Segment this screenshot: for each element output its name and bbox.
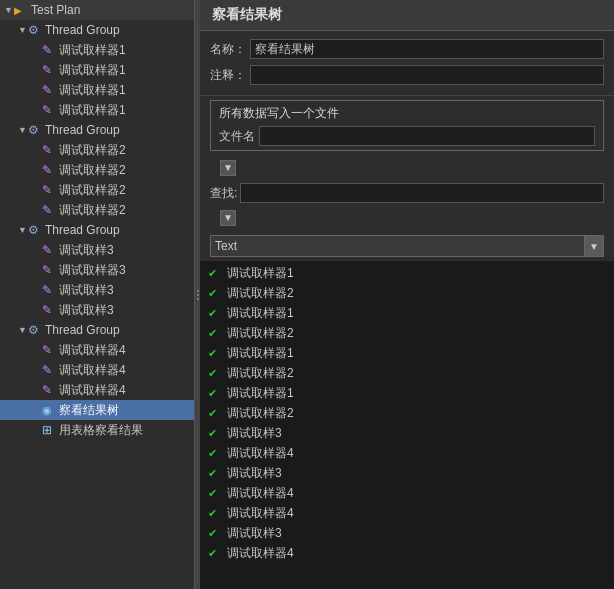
tree-item-label: 调试取样器2: [59, 142, 126, 159]
result-item[interactable]: 调试取样器2: [200, 363, 614, 383]
tree-item-label: 调试取样3: [59, 242, 114, 259]
tree-item[interactable]: 调试取样器2: [0, 160, 194, 180]
sampler-icon: [42, 243, 56, 257]
tree-item[interactable]: 用表格察看结果: [0, 420, 194, 440]
tree-item-label: 用表格察看结果: [59, 422, 143, 439]
tree-item[interactable]: 调试取样器4: [0, 340, 194, 360]
search-label: 查找:: [210, 185, 240, 202]
tree-item-label: Thread Group: [45, 323, 120, 337]
right-panel: 察看结果树 名称： 注释： 所有数据写入一个文件 文件名 ▼ 查找: ▼ Tex…: [200, 0, 614, 589]
status-icon: [208, 546, 222, 560]
sampler-icon: [42, 43, 56, 57]
result-item[interactable]: 调试取样器2: [200, 283, 614, 303]
tree-item-label: Test Plan: [31, 3, 80, 17]
tree-panel[interactable]: ▼Test Plan▼Thread Group调试取样器1调试取样器1调试取样器…: [0, 0, 195, 589]
tree-item[interactable]: 调试取样器1: [0, 100, 194, 120]
result-label: 调试取样器2: [227, 405, 294, 422]
status-icon: [208, 366, 222, 380]
search-row: 查找:: [200, 181, 614, 205]
tree-item[interactable]: 调试取样器2: [0, 200, 194, 220]
result-item[interactable]: 调试取样器1: [200, 343, 614, 363]
form-area: 名称： 注释：: [200, 31, 614, 96]
result-item[interactable]: 调试取样器1: [200, 383, 614, 403]
sampler-icon: [42, 263, 56, 277]
sampler-icon: [42, 103, 56, 117]
sampler-icon: [42, 203, 56, 217]
dropdown-arrow-icon[interactable]: ▼: [584, 235, 604, 257]
tree-item[interactable]: 调试取样器2: [0, 180, 194, 200]
results-list[interactable]: 调试取样器1调试取样器2调试取样器1调试取样器2调试取样器1调试取样器2调试取样…: [200, 261, 614, 589]
result-item[interactable]: 调试取样器1: [200, 303, 614, 323]
threadgroup-icon: [28, 323, 42, 337]
sampler-icon: [42, 343, 56, 357]
result-label: 调试取样器2: [227, 285, 294, 302]
tree-item[interactable]: 调试取样器4: [0, 360, 194, 380]
status-icon: [208, 446, 222, 460]
resize-dot: [197, 294, 199, 296]
tree-item-label: Thread Group: [45, 223, 120, 237]
tree-item[interactable]: ▼Thread Group: [0, 320, 194, 340]
tree-item-label: 调试取样器1: [59, 62, 126, 79]
result-item[interactable]: 调试取样器1: [200, 263, 614, 283]
sampler-icon: [42, 363, 56, 377]
result-item[interactable]: 调试取样器4: [200, 543, 614, 563]
tree-item[interactable]: 调试取样3: [0, 240, 194, 260]
tree-arrow: ▼: [18, 325, 28, 335]
tree-item[interactable]: ▼Thread Group: [0, 120, 194, 140]
search-input[interactable]: [240, 183, 604, 203]
result-label: 调试取样器1: [227, 345, 294, 362]
tree-item-label: Thread Group: [45, 23, 120, 37]
tree-item[interactable]: 调试取样器2: [0, 140, 194, 160]
tree-item-label: 调试取样器1: [59, 82, 126, 99]
tree-item[interactable]: ▼Thread Group: [0, 20, 194, 40]
result-item[interactable]: 调试取样器2: [200, 403, 614, 423]
result-item[interactable]: 调试取样器4: [200, 503, 614, 523]
tree-item[interactable]: 调试取样器1: [0, 80, 194, 100]
comment-input[interactable]: [250, 65, 604, 85]
name-label: 名称：: [210, 41, 250, 58]
tree-item[interactable]: 察看结果树: [0, 400, 194, 420]
tree-item[interactable]: 调试取样器1: [0, 40, 194, 60]
result-label: 调试取样器1: [227, 265, 294, 282]
result-label: 调试取样器4: [227, 445, 294, 462]
status-icon: [208, 386, 222, 400]
collapse-btn-2[interactable]: ▼: [220, 210, 236, 226]
result-label: 调试取样3: [227, 525, 282, 542]
status-icon: [208, 286, 222, 300]
file-input[interactable]: [259, 126, 595, 146]
tree-item-label: 调试取样器2: [59, 182, 126, 199]
status-icon: [208, 266, 222, 280]
result-item[interactable]: 调试取样3: [200, 423, 614, 443]
result-item[interactable]: 调试取样器2: [200, 323, 614, 343]
tree-item-label: 调试取样器2: [59, 202, 126, 219]
tree-item[interactable]: 调试取样器4: [0, 380, 194, 400]
listener-table-icon: [42, 423, 56, 437]
resize-dot: [197, 298, 199, 300]
tree-item[interactable]: 调试取样3: [0, 300, 194, 320]
tree-arrow: ▼: [4, 5, 14, 15]
result-item[interactable]: 调试取样3: [200, 523, 614, 543]
result-item[interactable]: 调试取样3: [200, 463, 614, 483]
tree-item[interactable]: ▼Thread Group: [0, 220, 194, 240]
name-input[interactable]: [250, 39, 604, 59]
status-icon: [208, 506, 222, 520]
collapse-btn-1[interactable]: ▼: [220, 160, 236, 176]
tree-item[interactable]: 调试取样器1: [0, 60, 194, 80]
threadgroup-icon: [28, 223, 42, 237]
testplan-icon: [14, 3, 28, 17]
status-icon: [208, 346, 222, 360]
comment-label: 注释：: [210, 67, 250, 84]
tree-item-label: 调试取样器1: [59, 102, 126, 119]
tree-item[interactable]: ▼Test Plan: [0, 0, 194, 20]
tree-item-label: 调试取样器4: [59, 362, 126, 379]
tree-item[interactable]: 调试取样器3: [0, 260, 194, 280]
tree-item[interactable]: 调试取样3: [0, 280, 194, 300]
sampler-icon: [42, 83, 56, 97]
status-icon: [208, 326, 222, 340]
format-dropdown[interactable]: Text RegExp Tester CSS/JQuery Tester JSO…: [210, 235, 585, 257]
result-item[interactable]: 调试取样器4: [200, 443, 614, 463]
result-item[interactable]: 调试取样器4: [200, 483, 614, 503]
tree-arrow: ▼: [18, 125, 28, 135]
sampler-icon: [42, 143, 56, 157]
result-label: 调试取样器1: [227, 385, 294, 402]
